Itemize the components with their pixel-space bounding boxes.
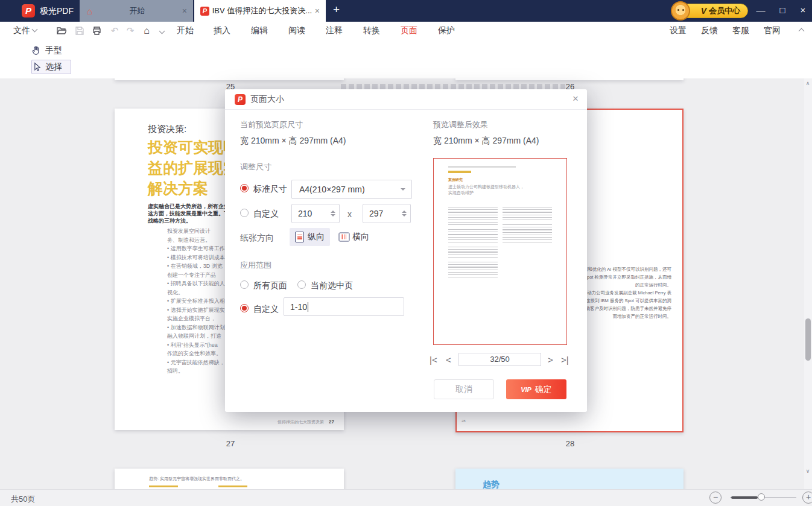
tab-close-icon[interactable]: × <box>315 6 320 16</box>
standard-size-radio-label[interactable]: 标准尺寸 <box>253 184 287 195</box>
vip-center-button[interactable]: V 会员中心 <box>680 4 748 18</box>
custom-size-radio-label[interactable]: 自定义 <box>253 209 279 220</box>
current-page-radio[interactable] <box>297 280 306 289</box>
mascot-avatar[interactable] <box>671 1 690 21</box>
current-page-radio-label[interactable]: 当前选中页 <box>311 280 353 291</box>
all-pages-radio-label[interactable]: 所有页面 <box>253 280 287 291</box>
dialog-title: 页面大小 <box>250 94 284 105</box>
scrollbar-thumb[interactable] <box>805 318 811 361</box>
page-trend-text: 趋势: 实用型元宇宙将增强现实世界而非取而代之。 <box>149 476 244 482</box>
menu-page-active[interactable]: 页面 <box>401 25 417 36</box>
menu-protect[interactable]: 保护 <box>438 25 455 36</box>
stepper-arrows-icon[interactable] <box>402 209 407 218</box>
menu-start[interactable]: 开始 <box>177 25 194 36</box>
portrait-icon <box>295 232 304 242</box>
zoom-slider-thumb[interactable] <box>758 493 765 501</box>
mini-title: 波士顿动力公司构建敏捷型移动机器人， 实现自动维护 <box>448 184 524 196</box>
height-stepper[interactable]: 297 <box>363 204 411 223</box>
new-tab-button[interactable]: + <box>333 3 340 16</box>
page-preview: 案例研究 波士顿动力公司构建敏捷型移动机器人， 实现自动维护 <box>433 158 567 345</box>
select-tool-button[interactable]: 选择 <box>31 60 71 74</box>
close-button[interactable]: × <box>796 5 810 15</box>
custom-range-radio[interactable] <box>240 304 249 312</box>
dialog-close-icon[interactable]: × <box>573 93 579 105</box>
page-size-dialog: P 页面大小 × 当前预览页原尺寸 宽 210mm × 高 297mm (A4)… <box>225 89 587 412</box>
page-range-input[interactable]: 1-10 <box>284 297 404 316</box>
standard-size-radio[interactable] <box>240 184 249 192</box>
page-label-27: 27 <box>218 439 243 448</box>
tab-home[interactable]: ⌂ 开始 × <box>80 0 193 22</box>
menu-convert[interactable]: 转换 <box>363 25 380 36</box>
vertical-scrollbar[interactable]: ∧ ∨ <box>804 78 812 489</box>
current-size-value: 宽 210mm × 高 297mm (A4) <box>240 136 346 147</box>
page-label-28: 28 <box>558 439 582 448</box>
page-body-text: 制和优化的 AI 模型不仅可以识别问题，还可Spot 检测异常并立即采取纠正措施… <box>583 265 671 320</box>
hand-tool-button[interactable]: 手型 <box>31 43 71 58</box>
all-pages-radio[interactable] <box>240 280 249 289</box>
title-bar: P 极光PDF ⌂ 开始 × P IBV 值得押注的七大投资决... × + V… <box>0 0 812 22</box>
page-thumbnail-30[interactable]: 趋势 <box>455 469 684 489</box>
page-footer: 值得押注的七大投资决策27 <box>278 419 334 425</box>
custom-range-radio-label[interactable]: 自定义 <box>253 304 279 315</box>
status-bar: 共50页 − + <box>0 489 812 506</box>
dialog-header: P 页面大小 × <box>225 89 587 110</box>
preview-size-value: 宽 210mm × 高 297mm (A4) <box>433 136 539 147</box>
stepper-arrows-icon[interactable] <box>331 209 335 218</box>
save-icon[interactable] <box>74 25 86 37</box>
open-file-icon[interactable] <box>56 25 68 37</box>
paper-size-select[interactable]: A4(210×297 mm) <box>291 180 412 199</box>
menu-website[interactable]: 官网 <box>764 25 781 36</box>
landscape-button[interactable]: 横向 <box>334 228 375 246</box>
menu-settings[interactable]: 设置 <box>670 25 687 36</box>
menu-read[interactable]: 阅读 <box>288 25 305 36</box>
home-icon: ⌂ <box>87 6 92 16</box>
landscape-icon <box>339 233 350 242</box>
pager-next-button[interactable]: > <box>548 355 553 365</box>
tab-close-icon[interactable]: × <box>182 6 187 16</box>
portrait-button[interactable]: 纵向 <box>290 228 330 246</box>
page-26-bottom[interactable] <box>455 78 684 80</box>
chevron-down-icon[interactable] <box>156 25 168 37</box>
chevron-down-icon <box>31 27 37 33</box>
tab-document[interactable]: P IBV 值得押注的七大投资决... × <box>194 0 326 22</box>
menu-file[interactable]: 文件 <box>13 25 37 36</box>
page-thumbnail-29[interactable]: 趋势: 实用型元宇宙将增强现实世界而非取而代之。 <box>115 469 344 489</box>
mini-yellow-rule <box>448 171 471 173</box>
custom-size-radio[interactable] <box>240 209 249 217</box>
menu-edit[interactable]: 编辑 <box>251 25 268 36</box>
pager-position[interactable]: 32/50 <box>458 353 541 366</box>
collapse-ribbon-icon[interactable] <box>795 25 807 37</box>
zoom-slider-filled <box>731 496 758 499</box>
pager-first-button[interactable]: |< <box>430 355 437 365</box>
minimize-button[interactable]: — <box>754 5 767 15</box>
menu-support[interactable]: 客服 <box>732 25 749 36</box>
dropdown-caret-icon <box>401 188 405 191</box>
maximize-button[interactable]: □ <box>776 5 789 15</box>
total-pages: 共50页 <box>11 494 35 505</box>
pager-last-button[interactable]: >| <box>561 355 569 365</box>
redo-icon[interactable]: ↷ <box>124 25 136 37</box>
pager-prev-button[interactable]: < <box>446 355 451 365</box>
adjust-size-label: 调整尺寸 <box>240 162 271 172</box>
zoom-out-button[interactable]: − <box>709 492 722 504</box>
confirm-button[interactable]: VIP 确定 <box>506 379 566 399</box>
yellow-rule <box>218 485 247 487</box>
cancel-button[interactable]: 取消 <box>434 379 494 399</box>
mini-text-column <box>503 207 552 247</box>
hand-icon <box>31 45 42 56</box>
menu-insert[interactable]: 插入 <box>214 25 230 36</box>
width-stepper[interactable]: 210 <box>291 204 340 223</box>
menu-annotate[interactable]: 注释 <box>326 25 343 36</box>
home-icon[interactable]: ⌂ <box>141 25 153 37</box>
undo-icon[interactable]: ↶ <box>109 25 121 37</box>
scroll-down-icon[interactable]: ∨ <box>805 468 811 474</box>
page-25-bottom[interactable] <box>115 78 344 80</box>
dimension-x: x <box>347 209 352 219</box>
page-trend-heading: 趋势 <box>483 479 500 489</box>
zoom-in-button[interactable]: + <box>802 492 812 504</box>
preview-effect-label: 预览调整后效果 <box>433 119 488 130</box>
mini-text-column <box>448 207 498 282</box>
print-icon[interactable] <box>90 25 103 37</box>
menu-feedback[interactable]: 反馈 <box>701 25 718 36</box>
scroll-up-icon[interactable]: ∧ <box>805 80 811 86</box>
